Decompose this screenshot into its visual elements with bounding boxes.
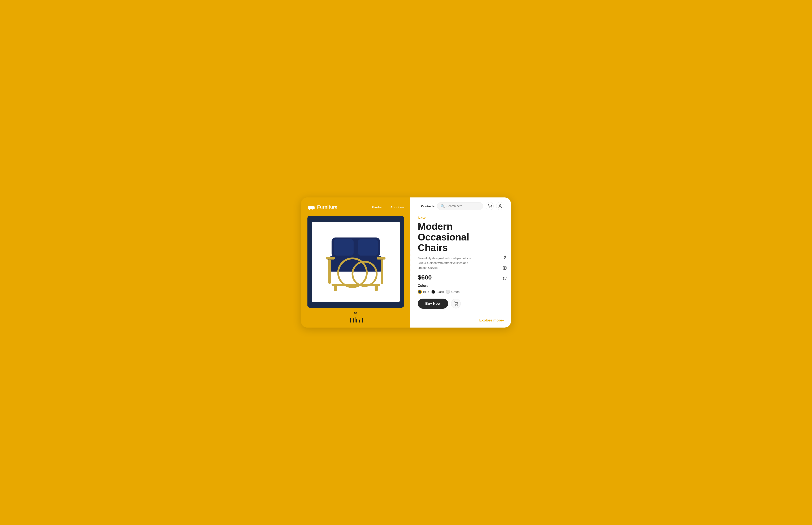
nav-contacts[interactable]: Contacts [421,205,435,208]
notch-6 [406,273,410,277]
color-option-black[interactable]: Black [431,290,444,294]
svg-rect-13 [328,259,331,284]
header-right: Contacts 🔍 [418,202,504,210]
notch-4 [406,263,410,267]
logo[interactable]: Furniture [308,203,338,211]
svg-rect-11 [334,285,337,291]
navbar: Furniture Product About us [308,203,404,211]
svg-point-21 [500,205,501,206]
product-image-container [308,216,404,308]
svg-point-19 [489,208,489,208]
tick-2 [350,318,351,322]
product-title-line2: Occasional [418,232,469,243]
user-header-button[interactable] [496,202,504,210]
notch-1 [406,248,410,252]
color-label-blue: Blue [423,290,429,294]
nav-product[interactable]: Product [372,206,384,209]
tick-5 [356,319,357,322]
right-panel: Contacts 🔍 New M [410,197,511,328]
cart-header-button[interactable] [486,202,494,210]
progress-number: 03 [354,311,358,315]
svg-rect-15 [326,257,335,259]
social-icons [502,254,508,282]
color-dot-black [431,290,435,294]
notch-2 [406,253,410,257]
product-price: $600 [418,274,504,281]
tick-active [355,317,356,322]
svg-rect-18 [358,239,378,256]
svg-rect-4 [309,209,310,210]
instagram-icon[interactable] [502,265,508,271]
brand-name: Furniture [317,205,338,210]
colors-row: Blue Black Green [418,290,504,294]
product-title: Modern Occasional Chairs [418,221,504,253]
add-to-cart-button[interactable] [451,299,461,309]
tick-4 [353,318,354,322]
search-icon: 🔍 [441,204,445,208]
product-badge: New [418,216,504,220]
tick-9 [362,318,363,322]
color-dot-blue [418,290,422,294]
tick-7 [359,319,360,322]
color-option-blue[interactable]: Blue [418,290,429,294]
color-label-black: Black [437,290,444,294]
tick-8 [361,319,361,322]
product-image-inner [312,222,400,302]
nav-about[interactable]: About us [390,206,404,209]
search-bar[interactable]: 🔍 [437,202,483,210]
product-description: Beautifully designed with multiple color… [418,256,477,270]
svg-point-22 [455,305,455,305]
main-card: Furniture Product About us [301,197,511,328]
search-input[interactable] [447,205,480,208]
svg-rect-16 [377,257,386,259]
buy-now-button[interactable]: Buy Now [418,299,448,309]
left-panel: Furniture Product About us [301,197,410,328]
progress-ticks [349,317,363,322]
svg-point-23 [457,305,457,305]
notches [406,248,410,277]
tick-6 [358,318,358,322]
color-option-green[interactable]: Green [446,290,459,294]
color-label-green: Green [451,290,459,294]
svg-rect-12 [375,285,378,291]
cart-small-icon [454,301,458,306]
twitter-icon[interactable] [502,275,508,282]
notch-3 [406,258,410,262]
svg-rect-10 [331,284,380,286]
tick-1 [349,319,349,322]
tick-3 [352,319,352,322]
product-title-line1: Modern [418,221,453,232]
explore-more-link[interactable]: Explore more+ [418,318,504,322]
color-dot-green [446,290,450,294]
progress-area: 03 [308,311,404,322]
svg-rect-17 [334,239,354,256]
notch-5 [406,268,410,272]
facebook-icon[interactable] [502,254,508,260]
svg-point-20 [491,208,491,208]
svg-rect-24 [503,267,506,270]
product-title-line3: Chairs [418,242,448,253]
svg-rect-14 [381,259,384,284]
cart-icon [488,204,492,208]
svg-rect-3 [309,206,314,208]
sofa-icon [308,203,315,211]
user-icon [498,204,502,208]
colors-label: Colors [418,284,504,288]
svg-rect-5 [312,209,313,210]
actions-row: Buy Now [418,299,504,309]
chair-illustration [318,228,393,296]
